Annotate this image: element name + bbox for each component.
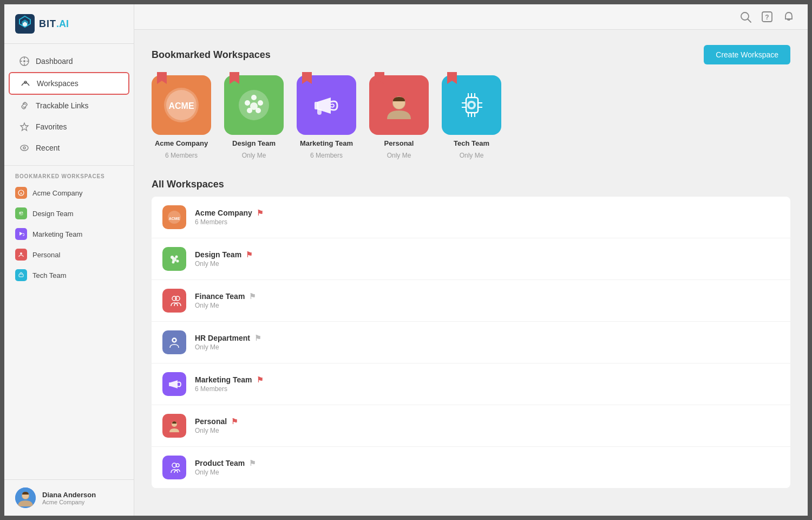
user-company: Acme Company	[42, 499, 96, 505]
list-item-personal[interactable]: Personal ⚑ Only Me	[152, 405, 790, 447]
logo-icon	[15, 14, 35, 34]
bookmarked-tech-label: Tech Team	[32, 271, 67, 280]
svg-text:ACME: ACME	[168, 101, 194, 110]
avatar-image	[15, 487, 36, 508]
list-icon-product	[162, 456, 186, 479]
card-design-icon	[224, 75, 284, 135]
list-name-marketing: Marketing Team	[195, 375, 252, 384]
list-item-acme[interactable]: ACME Acme Company ⚑ 6 Members	[152, 197, 790, 238]
list-name-product: Product Team	[195, 459, 245, 467]
card-marketing[interactable]: Marketing Team 6 Members	[297, 75, 356, 159]
list-meta-hr: Only Me	[195, 343, 780, 351]
bookmark-badge-design	[230, 72, 239, 84]
marketing-megaphone-icon	[309, 88, 344, 123]
svg-point-5	[23, 60, 25, 62]
svg-point-17	[19, 212, 21, 214]
acme-dot: A	[15, 187, 27, 199]
sidebar-bookmarked-acme[interactable]: A Acme Company	[4, 183, 134, 203]
list-icon-acme: ACME	[162, 205, 186, 229]
design-palette-icon	[237, 88, 272, 123]
sidebar-bookmarked-personal[interactable]: Personal	[4, 244, 134, 265]
bookmark-badge-personal	[375, 72, 384, 84]
search-icon[interactable]	[739, 11, 751, 23]
bookmark-badge-marketing	[302, 72, 312, 84]
list-meta-product: Only Me	[195, 469, 780, 476]
sidebar-item-trackable-links-label: Trackable Links	[36, 101, 89, 110]
svg-point-20	[20, 252, 22, 255]
card-acme-icon: ACME	[152, 75, 211, 135]
card-tech-icon	[442, 75, 501, 135]
sidebar-bookmarked-design[interactable]: Design Team	[4, 203, 134, 224]
bookmark-filled-personal: ⚑	[231, 417, 238, 426]
user-profile[interactable]: Diana Anderson Acme Company	[4, 479, 134, 516]
help-icon[interactable]: ?	[761, 11, 773, 23]
list-item-hr[interactable]: HR Department ⚑ Only Me	[152, 322, 790, 363]
list-meta-acme: 6 Members	[195, 218, 780, 226]
svg-point-66	[175, 296, 180, 301]
card-design[interactable]: Design Team Only Me	[224, 75, 284, 159]
create-workspace-button[interactable]: Create Workspace	[704, 45, 790, 64]
marketing-dot	[15, 228, 27, 240]
svg-point-41	[250, 102, 258, 110]
list-name-acme: Acme Company	[195, 209, 252, 217]
svg-point-64	[172, 257, 176, 262]
list-item-product[interactable]: Product Team ⚑ Only Me	[152, 447, 790, 488]
card-marketing-name: Marketing Team	[300, 139, 353, 147]
card-acme-name: Acme Company	[155, 139, 208, 147]
card-tech[interactable]: Tech Team Only Me	[442, 75, 501, 159]
card-acme-meta: 6 Members	[165, 152, 198, 159]
svg-line-26	[748, 20, 751, 23]
workspaces-icon	[21, 79, 30, 88]
svg-rect-21	[19, 274, 23, 277]
list-meta-personal: Only Me	[195, 427, 780, 434]
svg-point-13	[23, 147, 25, 149]
design-dot	[15, 207, 27, 219]
bookmark-empty-product: ⚑	[249, 459, 256, 467]
sidebar-bookmarked-marketing[interactable]: Marketing Team	[4, 224, 134, 244]
list-item-design[interactable]: Design Team ⚑ Only Me	[152, 238, 790, 280]
sidebar-item-recent[interactable]: Recent	[9, 138, 129, 158]
bookmark-filled-marketing: ⚑	[257, 375, 264, 384]
sidebar-item-workspaces-label: Workspaces	[37, 79, 78, 88]
main-content: ? Bookmarked Workspaces Create Workspace	[134, 4, 808, 516]
card-personal-meta: Only Me	[387, 152, 411, 159]
card-acme[interactable]: ACME Acme Company 6 Members	[152, 75, 211, 159]
personal-dot	[15, 249, 27, 261]
sidebar-item-trackable-links[interactable]: Trackable Links	[9, 95, 129, 116]
all-workspaces-title: All Workspaces	[152, 179, 790, 190]
list-name-finance: Finance Team	[195, 292, 245, 301]
svg-point-37	[251, 95, 257, 100]
card-tech-meta: Only Me	[460, 152, 484, 159]
bookmark-filled-design: ⚑	[246, 250, 253, 259]
all-workspaces-list: ACME Acme Company ⚑ 6 Members	[152, 197, 790, 488]
sidebar-item-dashboard[interactable]: Dashboard	[9, 51, 129, 72]
svg-point-12	[21, 145, 28, 151]
logo-text-bit: BIT	[39, 18, 56, 29]
bookmark-empty-finance: ⚑	[249, 292, 256, 301]
sidebar-item-favorites[interactable]: Favorites	[9, 116, 129, 137]
list-item-finance[interactable]: Finance Team ⚑ Only Me	[152, 280, 790, 322]
notification-icon[interactable]	[783, 11, 795, 23]
workspace-content: Bookmarked Workspaces Create Workspace	[134, 30, 808, 503]
svg-rect-69	[169, 382, 171, 386]
user-name: Diana Anderson	[42, 491, 96, 499]
svg-point-38	[258, 100, 263, 106]
svg-point-18	[22, 212, 23, 213]
eye-icon	[19, 143, 29, 153]
bookmark-badge-acme	[157, 72, 167, 84]
tech-dot	[15, 269, 27, 281]
list-icon-personal	[162, 414, 186, 438]
tech-circuit-icon	[454, 88, 489, 123]
card-tech-name: Tech Team	[454, 139, 489, 147]
dashboard-icon	[19, 56, 29, 66]
sidebar-item-workspaces[interactable]: Workspaces	[9, 72, 129, 95]
card-personal-name: Personal	[384, 139, 414, 147]
svg-point-36	[245, 100, 250, 106]
card-personal[interactable]: Personal Only Me	[369, 75, 429, 159]
sidebar-bookmarked-tech[interactable]: Tech Team	[4, 265, 134, 285]
bookmarked-workspaces-section: BOOKMARKED WORKSPACES A Acme Company Des…	[4, 166, 134, 285]
list-meta-finance: Only Me	[195, 302, 780, 309]
list-item-marketing[interactable]: Marketing Team ⚑ 6 Members	[152, 363, 790, 405]
sidebar-item-dashboard-label: Dashboard	[36, 57, 73, 66]
list-icon-marketing	[162, 372, 186, 396]
